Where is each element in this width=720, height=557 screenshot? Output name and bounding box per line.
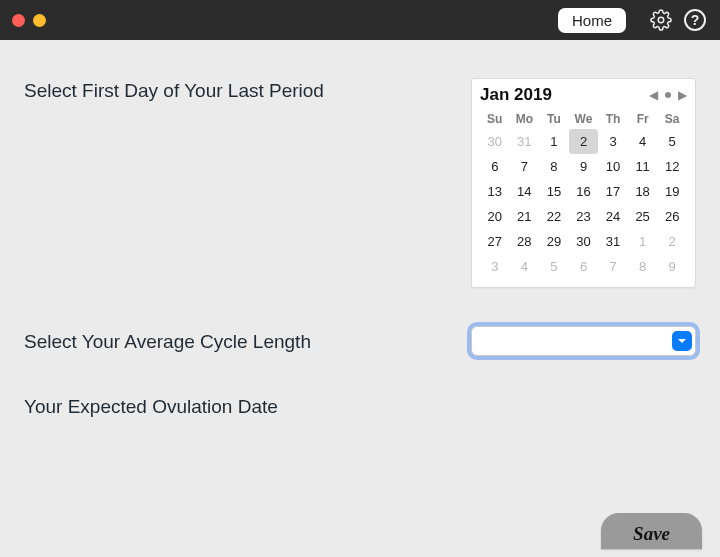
calendar-dow: Su — [480, 109, 510, 129]
home-button[interactable]: Home — [558, 8, 626, 33]
calendar-day[interactable]: 14 — [510, 179, 540, 204]
calendar-day[interactable]: 17 — [598, 179, 628, 204]
calendar-day[interactable]: 10 — [598, 154, 628, 179]
minimize-window-icon[interactable] — [33, 14, 46, 27]
calendar-day[interactable]: 31 — [510, 129, 540, 154]
calendar-day[interactable]: 8 — [628, 254, 658, 279]
calendar-day[interactable]: 13 — [480, 179, 510, 204]
calendar-day[interactable]: 20 — [480, 204, 510, 229]
calendar-day[interactable]: 12 — [657, 154, 687, 179]
calendar-today-icon[interactable] — [665, 92, 671, 98]
calendar-day[interactable]: 2 — [657, 229, 687, 254]
calendar-day[interactable]: 4 — [510, 254, 540, 279]
calendar-day[interactable]: 26 — [657, 204, 687, 229]
calendar-day[interactable]: 25 — [628, 204, 658, 229]
calendar-month-year: Jan 2019 — [480, 85, 649, 105]
svg-point-0 — [658, 17, 664, 23]
calendar-day[interactable]: 27 — [480, 229, 510, 254]
calendar-day[interactable]: 8 — [539, 154, 569, 179]
calendar-dow: Mo — [510, 109, 540, 129]
calendar-next-icon[interactable]: ▶ — [678, 88, 687, 102]
calendar-day[interactable]: 2 — [569, 129, 599, 154]
calendar-day[interactable]: 6 — [480, 154, 510, 179]
help-button[interactable]: ? — [682, 7, 708, 33]
calendar-day[interactable]: 30 — [569, 229, 599, 254]
calendar-day[interactable]: 1 — [628, 229, 658, 254]
calendar-day[interactable]: 15 — [539, 179, 569, 204]
calendar-day[interactable]: 6 — [569, 254, 599, 279]
calendar-day[interactable]: 11 — [628, 154, 658, 179]
calendar-day[interactable]: 28 — [510, 229, 540, 254]
calendar-dow: Tu — [539, 109, 569, 129]
cycle-length-select[interactable] — [471, 326, 696, 356]
calendar-day[interactable]: 21 — [510, 204, 540, 229]
calendar-day[interactable]: 24 — [598, 204, 628, 229]
expected-ovulation-label: Your Expected Ovulation Date — [24, 394, 471, 418]
help-icon: ? — [684, 9, 706, 31]
calendar-picker[interactable]: Jan 2019 ◀ ▶ SuMoTuWeThFrSa 303112345678… — [471, 78, 696, 288]
calendar-dow: We — [569, 109, 599, 129]
calendar-dow: Sa — [657, 109, 687, 129]
calendar-day[interactable]: 3 — [480, 254, 510, 279]
calendar-day[interactable]: 31 — [598, 229, 628, 254]
calendar-day[interactable]: 30 — [480, 129, 510, 154]
calendar-prev-icon[interactable]: ◀ — [649, 88, 658, 102]
calendar-day[interactable]: 7 — [598, 254, 628, 279]
calendar-dow: Fr — [628, 109, 658, 129]
calendar-day[interactable]: 4 — [628, 129, 658, 154]
gear-icon — [650, 9, 672, 31]
calendar-day[interactable]: 1 — [539, 129, 569, 154]
calendar-day[interactable]: 16 — [569, 179, 599, 204]
calendar-day[interactable]: 9 — [657, 254, 687, 279]
calendar-day[interactable]: 5 — [657, 129, 687, 154]
calendar-day[interactable]: 5 — [539, 254, 569, 279]
calendar-day[interactable]: 19 — [657, 179, 687, 204]
calendar-header: Jan 2019 ◀ ▶ — [480, 85, 687, 105]
calendar-day[interactable]: 3 — [598, 129, 628, 154]
chevron-down-icon — [672, 331, 692, 351]
save-button[interactable]: Save — [601, 513, 702, 549]
settings-button[interactable] — [648, 7, 674, 33]
calendar-day[interactable]: 22 — [539, 204, 569, 229]
calendar-day[interactable]: 23 — [569, 204, 599, 229]
calendar-day[interactable]: 18 — [628, 179, 658, 204]
window-controls — [12, 14, 46, 27]
cycle-length-label: Select Your Average Cycle Length — [24, 329, 471, 353]
calendar-day[interactable]: 9 — [569, 154, 599, 179]
calendar-day[interactable]: 29 — [539, 229, 569, 254]
first-day-label: Select First Day of Your Last Period — [24, 78, 471, 102]
calendar-day[interactable]: 7 — [510, 154, 540, 179]
titlebar: Home ? — [0, 0, 720, 40]
close-window-icon[interactable] — [12, 14, 25, 27]
calendar-dow: Th — [598, 109, 628, 129]
